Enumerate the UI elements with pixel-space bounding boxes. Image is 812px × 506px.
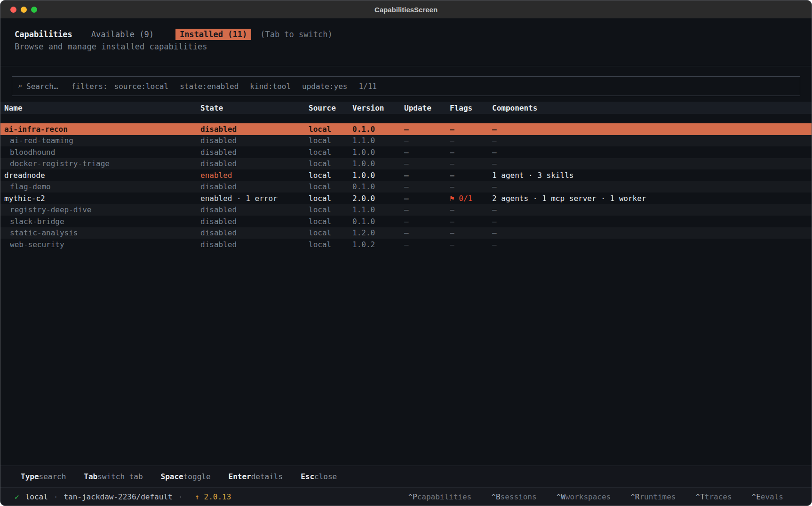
tab-installed[interactable]: Installed (11) [175, 29, 251, 40]
cell-source: local [309, 217, 352, 226]
shortcut-list: ^Pcapabilities^Bsessions^Wworkspaces^Rru… [408, 492, 783, 501]
flag-count: 0/1 [459, 194, 472, 203]
filter-chip[interactable]: kind:tool [250, 82, 291, 91]
cell-update: – [404, 125, 450, 134]
filter-chip[interactable]: state:enabled [180, 82, 239, 91]
cell-components: – [492, 205, 812, 214]
table-row[interactable]: slack-bridgedisabledlocal0.1.0––– [0, 216, 812, 227]
close-button[interactable] [10, 7, 16, 13]
cell-source: local [309, 205, 352, 214]
help-item: Enterdetails [229, 472, 283, 481]
table-row[interactable]: web-securitydisabledlocal1.0.2––– [0, 239, 812, 250]
table-row[interactable]: bloodhounddisabledlocal1.0.0––– [0, 146, 812, 158]
shortcut-label: traces [705, 492, 732, 501]
cell-state: enabled · 1 error [200, 194, 309, 203]
cell-components: 2 agents · 1 mcp server · 1 worker [492, 194, 812, 203]
cell-source: local [309, 136, 352, 145]
cell-name: web-security [4, 240, 200, 249]
cell-components: – [492, 159, 812, 168]
cell-flags: – [450, 136, 492, 145]
app-window: CapabilitiesScreen Capabilities Availabl… [0, 0, 812, 506]
cell-components: – [492, 148, 812, 157]
shortcut-key: ^R [630, 492, 639, 501]
cell-state: disabled [200, 125, 309, 134]
cell-state: disabled [200, 217, 309, 226]
help-item: Spacetoggle [161, 472, 211, 481]
cell-flags: – [450, 240, 492, 249]
shortcut-key: ^P [408, 492, 417, 501]
version-label: 2.0.13 [204, 492, 231, 501]
table-row[interactable]: mythic-c2enabled · 1 errorlocal2.0.0–⚑ 0… [0, 193, 812, 204]
environment-label: local [25, 492, 48, 501]
cell-flags: – [450, 125, 492, 134]
table-row[interactable]: registry-deep-divedisabledlocal1.1.0––– [0, 204, 812, 216]
cell-source: local [309, 228, 352, 237]
help-key: Esc [301, 472, 314, 481]
status-bar: ✓ local · tan-jackdaw-2236/default · ↑ 2… [0, 487, 812, 506]
table-row[interactable]: static-analysisdisabledlocal1.2.0––– [0, 227, 812, 239]
cell-source: local [309, 182, 352, 191]
cell-update: – [404, 240, 450, 249]
cell-name: static-analysis [4, 228, 200, 237]
cell-update: – [404, 182, 450, 191]
cell-flags: – [450, 205, 492, 214]
shortcut-label: evals [761, 492, 783, 501]
cell-flags: – [450, 182, 492, 191]
cell-state: disabled [200, 159, 309, 168]
table-row[interactable]: dreadnodeenabledlocal1.0.0––1 agent · 3 … [0, 169, 812, 181]
table-row[interactable]: ai-infra-recondisabledlocal0.1.0––– [0, 123, 812, 135]
cell-source: local [309, 240, 352, 249]
cell-source: local [309, 125, 352, 134]
cell-version: 1.2.0 [352, 228, 404, 237]
cell-update: – [404, 217, 450, 226]
search-placeholder: Search… [26, 82, 58, 91]
cell-name: ai-infra-recon [4, 125, 200, 134]
cell-flags: ⚑ 0/1 [450, 194, 492, 203]
cell-name: flag-demo [4, 182, 200, 191]
cell-update: – [404, 159, 450, 168]
help-label: close [314, 472, 337, 481]
minimize-button[interactable] [21, 7, 27, 13]
column-header-source: Source [309, 104, 352, 112]
cell-version: 1.0.0 [352, 148, 404, 157]
cell-components: – [492, 228, 812, 237]
cell-flags: – [450, 217, 492, 226]
cell-update: – [404, 136, 450, 145]
filter-chip[interactable]: update:yes [302, 82, 347, 91]
cell-name: bloodhound [4, 148, 200, 157]
search-icon: ⌕ [18, 82, 22, 90]
cell-components: – [492, 125, 812, 134]
zoom-button[interactable] [31, 7, 37, 13]
help-key: Space [161, 472, 183, 481]
status-separator: · [178, 492, 183, 501]
help-key: Enter [229, 472, 251, 481]
header-divider [0, 66, 812, 66]
column-header-name: Name [4, 104, 200, 112]
column-header-update: Update [404, 104, 450, 112]
cell-name: docker-registry-triage [4, 159, 200, 168]
tab-available[interactable]: Available (9) [91, 29, 154, 40]
shortcut-key: ^E [752, 492, 761, 501]
tab-switch-hint: (Tab to switch) [260, 29, 333, 40]
table-row[interactable]: flag-demodisabledlocal0.1.0––– [0, 181, 812, 193]
content-spacer [0, 250, 812, 466]
cell-name: mythic-c2 [4, 194, 200, 203]
status-shortcut: ^Rruntimes [630, 492, 676, 501]
table-row[interactable]: ai-red-teamingdisabledlocal1.1.0––– [0, 135, 812, 147]
filter-chips: source:localstate:enabledkind:toolupdate… [114, 82, 359, 91]
column-header-flags: Flags [450, 104, 492, 112]
search-input[interactable]: ⌕ Search… filters: source:localstate:ena… [12, 76, 800, 96]
filter-chip[interactable]: source:local [114, 82, 169, 91]
shortcut-label: workspaces [565, 492, 611, 501]
cell-update: – [404, 148, 450, 157]
table-row[interactable]: docker-registry-triagedisabledlocal1.0.0… [0, 158, 812, 170]
cell-state: disabled [200, 205, 309, 214]
cell-update: – [404, 194, 450, 203]
cell-version: 0.1.0 [352, 217, 404, 226]
column-header-version: Version [352, 104, 404, 112]
column-header-state: State [200, 104, 309, 112]
status-shortcut: ^Ttraces [696, 492, 732, 501]
cell-version: 1.0.0 [352, 159, 404, 168]
shortcut-label: capabilities [417, 492, 472, 501]
cell-name: registry-deep-dive [4, 205, 200, 214]
